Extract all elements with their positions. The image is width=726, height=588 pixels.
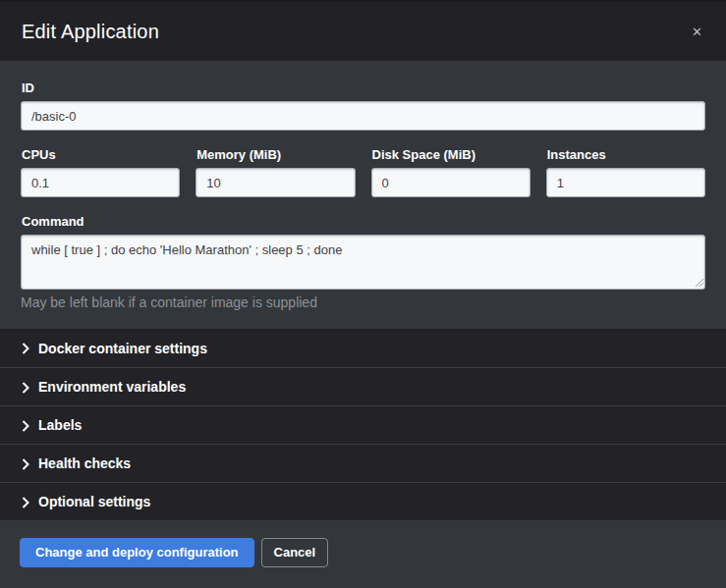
accordion-sections: Docker container settings Environment va…	[0, 329, 726, 520]
close-icon[interactable]: ✕	[690, 22, 704, 42]
memory-input[interactable]	[195, 168, 355, 197]
section-label: Labels	[38, 417, 82, 433]
chevron-right-icon	[22, 343, 29, 354]
modal-footer: Change and deploy configuration Cancel	[0, 520, 726, 588]
modal-title: Edit Application	[22, 21, 159, 43]
section-environment-variables[interactable]: Environment variables	[0, 367, 726, 405]
command-help-text: May be left blank if a container image i…	[21, 294, 705, 310]
chevron-right-icon	[22, 382, 29, 394]
section-label: Docker container settings	[38, 341, 207, 356]
command-textarea-wrap: while [ true ] ; do echo 'Hello Marathon…	[21, 235, 705, 290]
disk-label: Disk Space (MiB)	[372, 147, 531, 162]
id-input[interactable]	[21, 101, 705, 131]
section-optional-settings[interactable]: Optional settings	[0, 482, 726, 520]
chevron-right-icon	[22, 420, 29, 432]
cpus-input[interactable]	[21, 168, 180, 197]
command-label: Command	[22, 214, 705, 229]
section-labels[interactable]: Labels	[0, 405, 726, 444]
command-textarea[interactable]: while [ true ] ; do echo 'Hello Marathon…	[21, 235, 705, 290]
modal-header: Edit Application ✕	[0, 0, 726, 61]
section-label: Environment variables	[38, 379, 186, 395]
disk-field-group: Disk Space (MiB)	[371, 147, 531, 197]
instances-field-group: Instances	[546, 147, 705, 197]
id-field-group: ID	[21, 80, 705, 131]
id-label: ID	[22, 80, 705, 95]
memory-label: Memory (MiB)	[196, 147, 355, 162]
edit-application-modal: Edit Application ✕ ID CPUs Memory (MiB) …	[0, 0, 726, 588]
instances-input[interactable]	[546, 168, 705, 197]
section-label: Optional settings	[38, 494, 150, 509]
modal-body: ID CPUs Memory (MiB) Disk Space (MiB) In…	[0, 61, 726, 329]
memory-field-group: Memory (MiB)	[195, 147, 355, 197]
command-field-group: Command while [ true ] ; do echo 'Hello …	[21, 214, 705, 310]
chevron-right-icon	[22, 458, 29, 470]
chevron-right-icon	[22, 497, 29, 508]
instances-label: Instances	[547, 147, 705, 162]
change-and-deploy-button[interactable]: Change and deploy configuration	[20, 538, 254, 567]
cpus-field-group: CPUs	[21, 147, 180, 197]
cpus-label: CPUs	[22, 147, 180, 162]
section-label: Health checks	[38, 455, 131, 471]
cancel-button[interactable]: Cancel	[261, 538, 329, 567]
section-health-checks[interactable]: Health checks	[0, 444, 726, 482]
disk-input[interactable]	[371, 168, 531, 197]
section-docker-container-settings[interactable]: Docker container settings	[0, 329, 726, 367]
resources-row: CPUs Memory (MiB) Disk Space (MiB) Insta…	[21, 147, 705, 197]
